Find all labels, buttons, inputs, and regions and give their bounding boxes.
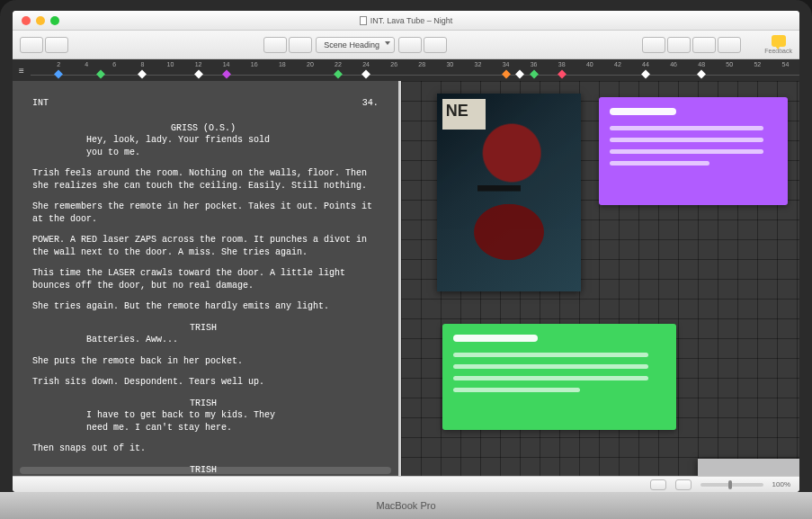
main-split: INT 34. GRISS (O.S.)Hey, look, lady. You… xyxy=(13,81,799,476)
note-title-placeholder xyxy=(610,108,676,115)
note-line-placeholder xyxy=(453,376,648,380)
slugline: INT xyxy=(32,97,49,110)
cork-board[interactable] xyxy=(398,81,799,476)
element-format-select[interactable]: Scene Heading xyxy=(316,37,395,53)
timeline-tick: 22 xyxy=(335,61,342,67)
toolbar: Scene Heading Feedback xyxy=(13,31,799,59)
document-title-text: INT. Lava Tube – Night xyxy=(370,16,453,25)
minimize-window-button[interactable] xyxy=(36,16,45,25)
view-mode-button-2[interactable] xyxy=(675,479,692,490)
action-line: She tries again. But the remote hardly e… xyxy=(32,300,379,313)
action-line: This time the LASER crawls toward the do… xyxy=(32,267,379,291)
zoom-slider[interactable] xyxy=(700,483,763,487)
fullscreen-window-button[interactable] xyxy=(50,16,59,25)
timeline-tick: 54 xyxy=(782,61,790,67)
horizontal-scrollbar[interactable] xyxy=(20,467,391,474)
status-bar: 100% xyxy=(13,476,799,492)
timeline-marker[interactable] xyxy=(96,70,105,79)
titlebar: INT. Lava Tube – Night xyxy=(13,11,799,31)
timeline-marker[interactable] xyxy=(530,70,539,79)
document-icon xyxy=(360,16,367,25)
note-line-placeholder xyxy=(610,161,710,166)
action-line: She puts the remote back in her pocket. xyxy=(32,355,379,368)
character-cue: TRISH xyxy=(122,322,284,335)
timeline-marker[interactable] xyxy=(334,70,343,79)
feedback-button[interactable]: Feedback xyxy=(764,35,792,54)
toolbar-button-1[interactable] xyxy=(20,37,43,53)
app-window: INT. Lava Tube – Night Scene Heading xyxy=(13,11,799,492)
toolbar-button-5[interactable] xyxy=(398,37,422,53)
timeline-tick: 26 xyxy=(390,61,397,67)
note-line-placeholder xyxy=(453,364,648,369)
dialogue-line: I have to get back to my kids. They need… xyxy=(86,409,284,434)
timeline-tick: 42 xyxy=(614,61,621,67)
note-line-placeholder xyxy=(610,138,763,142)
timeline-tick: 52 xyxy=(754,61,761,67)
toolbar-button-7[interactable] xyxy=(642,37,665,53)
timeline-tick: 14 xyxy=(223,61,230,67)
toolbar-button-6[interactable] xyxy=(424,37,447,53)
action-line: Trish feels around the room. Nothing on … xyxy=(32,167,379,192)
timeline-tick: 2 xyxy=(57,61,60,67)
element-format-label: Scene Heading xyxy=(324,40,379,49)
timeline-tick: 34 xyxy=(503,61,510,67)
timeline-tick: 44 xyxy=(642,61,649,67)
dialogue-line: Batteries. Aww... xyxy=(86,334,284,346)
toolbar-button-10[interactable] xyxy=(718,37,741,53)
toolbar-button-2[interactable] xyxy=(45,37,68,53)
action-line: Trish sits down. Despondent. Tears well … xyxy=(32,376,379,389)
timeline-tick: 50 xyxy=(726,61,733,67)
timeline-marker[interactable] xyxy=(641,70,650,79)
script-editor[interactable]: INT 34. GRISS (O.S.)Hey, look, lady. You… xyxy=(13,81,398,476)
note-line-placeholder xyxy=(610,126,763,130)
page-number: 34. xyxy=(362,97,379,110)
timeline-tick: 30 xyxy=(446,61,453,67)
timeline-tick: 16 xyxy=(251,61,258,67)
timeline-marker[interactable] xyxy=(502,70,511,79)
timeline-tick: 24 xyxy=(362,61,370,67)
timeline-tick: 28 xyxy=(418,61,425,67)
note-title-placeholder xyxy=(453,335,538,342)
action-line: Then snaps out of it. xyxy=(32,443,379,455)
timeline-tick: 6 xyxy=(112,61,116,67)
toolbar-button-3[interactable] xyxy=(263,37,287,53)
timeline-tick: 40 xyxy=(586,61,593,67)
timeline-tick: 10 xyxy=(167,61,174,67)
reference-image-man-jacket[interactable] xyxy=(698,459,799,476)
toolbar-button-8[interactable] xyxy=(667,37,691,53)
note-green[interactable] xyxy=(442,324,676,430)
timeline-menu-icon[interactable]: ≡ xyxy=(13,59,31,81)
character-cue: TRISH xyxy=(122,398,284,410)
timeline-tick: 8 xyxy=(140,61,144,67)
timeline-tick: 4 xyxy=(85,61,88,67)
document-title: INT. Lava Tube – Night xyxy=(360,16,453,25)
toolbar-button-4[interactable] xyxy=(289,37,312,53)
toolbar-button-9[interactable] xyxy=(692,37,716,53)
timeline-marker[interactable] xyxy=(558,70,567,79)
timeline-marker[interactable] xyxy=(697,70,706,79)
note-purple[interactable] xyxy=(599,97,788,205)
view-mode-button-1[interactable] xyxy=(650,479,666,490)
timeline-marker[interactable] xyxy=(222,70,231,79)
timeline-tick: 46 xyxy=(670,61,677,67)
timeline-tick: 32 xyxy=(475,61,482,67)
dialogue-line: Hey, look, lady. Your friends sold you t… xyxy=(86,134,284,158)
timeline-tick: 12 xyxy=(195,61,202,67)
timeline-tick: 48 xyxy=(698,61,705,67)
note-line-placeholder xyxy=(453,353,648,357)
timeline-marker[interactable] xyxy=(361,70,370,79)
timeline-ruler[interactable]: ≡ 24681012141618202224262830323436384042… xyxy=(13,59,799,81)
note-line-placeholder xyxy=(610,149,763,154)
close-window-button[interactable] xyxy=(22,16,31,25)
timeline-tick: 20 xyxy=(307,61,314,67)
timeline-marker[interactable] xyxy=(515,70,524,79)
laptop-base: MacBook Pro xyxy=(0,492,812,519)
timeline-marker[interactable] xyxy=(194,70,203,79)
timeline-tick: 36 xyxy=(531,61,538,67)
feedback-icon xyxy=(772,35,786,47)
reference-image-masked-character[interactable] xyxy=(437,94,581,291)
timeline-marker[interactable] xyxy=(54,70,63,79)
timeline-marker[interactable] xyxy=(138,70,147,79)
character-cue: GRISS (O.S.) xyxy=(122,122,284,135)
action-line: She remembers the remote in her pocket. … xyxy=(32,201,379,225)
